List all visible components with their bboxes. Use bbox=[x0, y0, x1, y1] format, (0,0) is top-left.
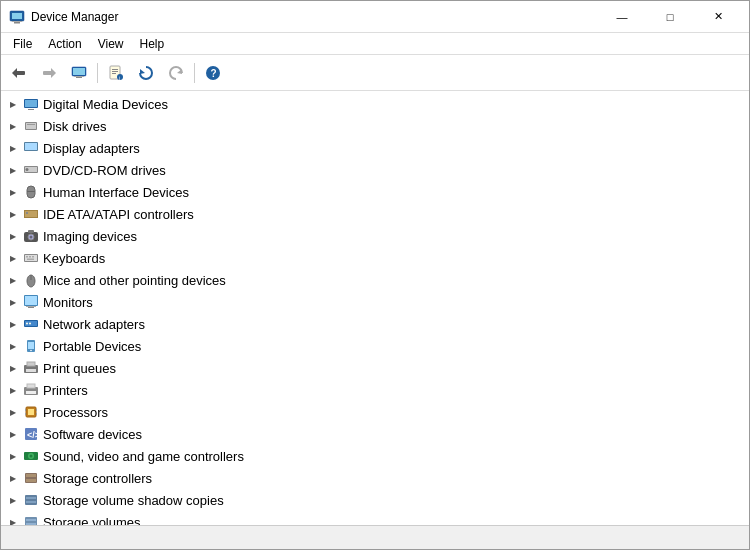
toolbar-computer-button[interactable] bbox=[65, 59, 93, 87]
expand-icon-print-queues[interactable]: ▶ bbox=[5, 360, 21, 376]
item-label-ide-atapi: IDE ATA/ATAPI controllers bbox=[43, 207, 194, 222]
svg-rect-46 bbox=[32, 256, 34, 258]
tree-item-portable[interactable]: ▶Portable Devices bbox=[1, 335, 749, 357]
svg-rect-47 bbox=[27, 259, 34, 261]
item-label-portable: Portable Devices bbox=[43, 339, 141, 354]
title-bar: Device Manager — □ ✕ bbox=[1, 1, 749, 33]
tree-item-printers[interactable]: ▶Printers bbox=[1, 379, 749, 401]
tree-item-processors[interactable]: ▶Processors bbox=[1, 401, 749, 423]
title-bar-controls: — □ ✕ bbox=[599, 4, 741, 30]
toolbar-update-button[interactable] bbox=[132, 59, 160, 87]
expand-icon-display-adapters[interactable]: ▶ bbox=[5, 140, 21, 156]
device-icon-keyboards bbox=[23, 250, 39, 266]
svg-rect-2 bbox=[14, 22, 20, 24]
device-icon-ide-atapi bbox=[23, 206, 39, 222]
device-icon-mice bbox=[23, 272, 39, 288]
svg-rect-43 bbox=[25, 255, 37, 261]
tree-item-human-interface[interactable]: ▶Human Interface Devices bbox=[1, 181, 749, 203]
tree-item-monitors[interactable]: ▶Monitors bbox=[1, 291, 749, 313]
menu-help[interactable]: Help bbox=[132, 35, 173, 53]
toolbar-sep-2 bbox=[194, 63, 195, 83]
maximize-button[interactable]: □ bbox=[647, 4, 693, 30]
tree-item-keyboards[interactable]: ▶Keyboards bbox=[1, 247, 749, 269]
svg-rect-72 bbox=[36, 413, 37, 415]
toolbar: i ? bbox=[1, 55, 749, 91]
tree-item-ide-atapi[interactable]: ▶IDE ATA/ATAPI controllers bbox=[1, 203, 749, 225]
svg-rect-11 bbox=[74, 76, 84, 77]
menu-file[interactable]: File bbox=[5, 35, 40, 53]
svg-rect-68 bbox=[28, 409, 34, 415]
tree-item-imaging[interactable]: ▶Imaging devices bbox=[1, 225, 749, 247]
expand-icon-disk-drives[interactable]: ▶ bbox=[5, 118, 21, 134]
menu-bar: File Action View Help bbox=[1, 33, 749, 55]
expand-icon-ide-atapi[interactable]: ▶ bbox=[5, 206, 21, 222]
close-button[interactable]: ✕ bbox=[695, 4, 741, 30]
expand-icon-storage-controllers[interactable]: ▶ bbox=[5, 470, 21, 486]
svg-rect-62 bbox=[26, 369, 36, 372]
tree-item-disk-drives[interactable]: ▶Disk drives bbox=[1, 115, 749, 137]
expand-icon-software-devices[interactable]: ▶ bbox=[5, 426, 21, 442]
expand-icon-sound-video[interactable]: ▶ bbox=[5, 448, 21, 464]
expand-icon-storage-volumes[interactable]: ▶ bbox=[5, 514, 21, 525]
tree-view[interactable]: ▶Digital Media Devices▶Disk drives▶Displ… bbox=[1, 91, 749, 525]
expand-icon-dvd-rom[interactable]: ▶ bbox=[5, 162, 21, 178]
expand-icon-mice[interactable]: ▶ bbox=[5, 272, 21, 288]
tree-item-digital-media[interactable]: ▶Digital Media Devices bbox=[1, 93, 749, 115]
minimize-button[interactable]: — bbox=[599, 4, 645, 30]
expand-icon-portable[interactable]: ▶ bbox=[5, 338, 21, 354]
svg-rect-85 bbox=[26, 519, 36, 521]
toolbar-help-button[interactable]: ? bbox=[199, 59, 227, 87]
expand-icon-human-interface[interactable]: ▶ bbox=[5, 184, 21, 200]
svg-rect-80 bbox=[26, 479, 36, 482]
svg-rect-41 bbox=[28, 230, 34, 233]
svg-rect-65 bbox=[26, 391, 36, 394]
device-icon-network bbox=[23, 316, 39, 332]
expand-icon-storage-volume-shadow[interactable]: ▶ bbox=[5, 492, 21, 508]
app-icon bbox=[9, 9, 25, 25]
menu-view[interactable]: View bbox=[90, 35, 132, 53]
expand-icon-network[interactable]: ▶ bbox=[5, 316, 21, 332]
expand-icon-keyboards[interactable]: ▶ bbox=[5, 250, 21, 266]
tree-item-sound-video[interactable]: ▶Sound, video and game controllers bbox=[1, 445, 749, 467]
tree-item-storage-volumes[interactable]: ▶Storage volumes bbox=[1, 511, 749, 525]
toolbar-back-button[interactable] bbox=[5, 59, 33, 87]
tree-item-dvd-rom[interactable]: ▶DVD/CD-ROM drives bbox=[1, 159, 749, 181]
expand-icon-printers[interactable]: ▶ bbox=[5, 382, 21, 398]
svg-rect-45 bbox=[29, 256, 31, 258]
item-label-storage-volumes: Storage volumes bbox=[43, 515, 141, 526]
tree-item-print-queues[interactable]: ▶Print queues bbox=[1, 357, 749, 379]
expand-icon-digital-media[interactable]: ▶ bbox=[5, 96, 21, 112]
item-label-print-queues: Print queues bbox=[43, 361, 116, 376]
tree-item-storage-controllers[interactable]: ▶Storage controllers bbox=[1, 467, 749, 489]
svg-rect-1 bbox=[12, 13, 22, 19]
svg-rect-34 bbox=[27, 191, 35, 192]
toolbar-rollback-button[interactable] bbox=[162, 59, 190, 87]
item-label-keyboards: Keyboards bbox=[43, 251, 105, 266]
svg-rect-70 bbox=[25, 413, 26, 415]
svg-rect-53 bbox=[26, 306, 36, 307]
svg-rect-52 bbox=[28, 307, 34, 308]
expand-icon-monitors[interactable]: ▶ bbox=[5, 294, 21, 310]
item-label-human-interface: Human Interface Devices bbox=[43, 185, 189, 200]
menu-action[interactable]: Action bbox=[40, 35, 89, 53]
device-icon-storage-volume-shadow bbox=[23, 492, 39, 508]
item-label-storage-controllers: Storage controllers bbox=[43, 471, 152, 486]
toolbar-properties-button[interactable]: i bbox=[102, 59, 130, 87]
device-icon-human-interface bbox=[23, 184, 39, 200]
computer-icon bbox=[71, 65, 87, 81]
tree-item-mice[interactable]: ▶Mice and other pointing devices bbox=[1, 269, 749, 291]
expand-icon-processors[interactable]: ▶ bbox=[5, 404, 21, 420]
tree-item-software-devices[interactable]: ▶</>Software devices bbox=[1, 423, 749, 445]
svg-rect-79 bbox=[26, 474, 36, 477]
device-icon-print-queues bbox=[23, 360, 39, 376]
toolbar-forward-button[interactable] bbox=[35, 59, 63, 87]
svg-text:</>: </> bbox=[27, 430, 39, 440]
tree-item-display-adapters[interactable]: ▶Display adapters bbox=[1, 137, 749, 159]
item-label-monitors: Monitors bbox=[43, 295, 93, 310]
expand-icon-imaging[interactable]: ▶ bbox=[5, 228, 21, 244]
svg-rect-82 bbox=[26, 497, 36, 499]
svg-rect-71 bbox=[36, 409, 37, 411]
tree-item-storage-volume-shadow[interactable]: ▶Storage volume shadow copies bbox=[1, 489, 749, 511]
tree-item-network[interactable]: ▶Network adapters bbox=[1, 313, 749, 335]
device-manager-window: Device Manager — □ ✕ File Action View He… bbox=[0, 0, 750, 550]
